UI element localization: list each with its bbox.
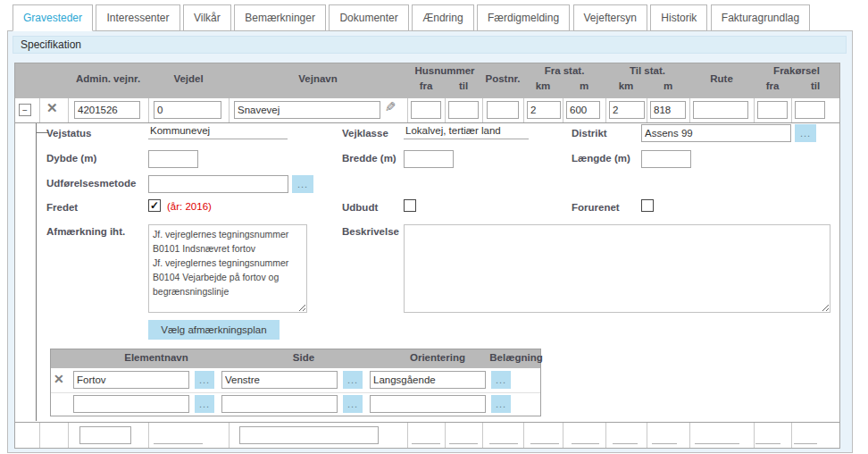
side-lookup-button-1[interactable]: ... xyxy=(343,371,363,389)
fra-stat-km-input[interactable] xyxy=(527,101,561,119)
new-husnummer-fra-marker xyxy=(412,443,440,444)
fredet-label: Fredet xyxy=(46,202,78,213)
new-fra-stat-km-marker xyxy=(530,443,559,444)
new-vejnavn-input[interactable] xyxy=(239,426,379,444)
collapse-row-button[interactable]: − xyxy=(19,104,31,116)
side-lookup-button-2[interactable]: ... xyxy=(343,395,363,413)
beskrivelse-textarea[interactable] xyxy=(404,224,830,313)
col-frakoersel: Frakørsel xyxy=(773,65,820,76)
new-fra-stat-m-marker xyxy=(572,443,599,444)
forurenet-label: Forurenet xyxy=(572,202,620,213)
tab-faerdigmelding[interactable]: Færdigmelding xyxy=(477,4,570,31)
new-frakoersel-fra-marker xyxy=(755,443,780,444)
beskrivelse-label: Beskrivelse xyxy=(342,226,399,237)
tab-aendring[interactable]: Ændring xyxy=(412,4,473,31)
rute-input[interactable] xyxy=(693,101,748,119)
delete-row-icon[interactable]: ✕ xyxy=(46,100,58,116)
col-til-stat-m: m xyxy=(664,80,672,91)
frakoersel-fra-input[interactable] xyxy=(757,101,788,119)
fredet-year-note: (år: 2016) xyxy=(167,201,212,212)
col-belaegning: Belægning xyxy=(489,352,542,363)
husnummer-til-input[interactable] xyxy=(448,101,479,119)
laengde-input[interactable] xyxy=(641,150,691,168)
til-stat-m-input[interactable] xyxy=(650,101,686,119)
vaelg-afmaerkningsplan-button[interactable]: Vælg afmærkningsplan xyxy=(148,320,280,340)
orientering-input-2[interactable] xyxy=(370,395,486,413)
tab-bar: Gravesteder Interessenter Vilkår Bemærkn… xyxy=(13,4,810,31)
new-rute-marker xyxy=(695,443,739,444)
col-vejdel: Vejdel xyxy=(173,73,203,84)
udbudt-checkbox[interactable] xyxy=(404,199,416,212)
forurenet-checkbox[interactable] xyxy=(641,199,654,212)
dybde-input[interactable] xyxy=(148,150,198,168)
vejstatus-label: Vejstatus xyxy=(46,128,92,139)
new-admin-vejnr-input[interactable] xyxy=(79,426,131,444)
tab-gravesteder[interactable]: Gravesteder xyxy=(13,4,93,31)
elementnavn-lookup-button-2[interactable]: ... xyxy=(195,395,214,413)
til-stat-km-input[interactable] xyxy=(609,101,645,119)
tab-historik[interactable]: Historik xyxy=(650,4,707,31)
distrikt-lookup-button[interactable]: ... xyxy=(795,124,816,142)
udfoerelsesmetode-input[interactable] xyxy=(148,175,288,193)
admin-vejnr-input[interactable] xyxy=(74,101,140,119)
postnr-input[interactable] xyxy=(487,101,519,119)
col-husnummer-til: til xyxy=(459,80,468,91)
side-input-2[interactable] xyxy=(221,395,338,413)
check-icon: ✓ xyxy=(150,199,159,212)
col-husnummer: Husnummer xyxy=(414,65,474,76)
col-fra-stat-m: m xyxy=(580,80,588,91)
fra-stat-m-input[interactable] xyxy=(566,101,600,119)
new-row-top-border xyxy=(15,422,839,423)
udfoerelsesmetode-label: Udførelsesmetode xyxy=(46,178,136,189)
elementnavn-input-2[interactable] xyxy=(73,395,189,413)
col-orientering: Orientering xyxy=(410,352,465,363)
husnummer-fra-input[interactable] xyxy=(411,101,441,119)
col-admin-vejnr: Admin. vejnr. xyxy=(76,73,140,84)
vejdel-input[interactable] xyxy=(154,101,221,119)
col-side: Side xyxy=(293,352,314,363)
new-frakoersel-til-marker xyxy=(794,443,817,444)
orientering-lookup-button-2[interactable]: ... xyxy=(491,395,511,413)
elementnavn-lookup-button-1[interactable]: ... xyxy=(195,371,214,389)
tab-vilkaar[interactable]: Vilkår xyxy=(183,4,231,31)
tab-bemaerkninger[interactable]: Bemærkninger xyxy=(234,4,326,31)
new-husnummer-til-marker xyxy=(449,443,478,444)
udfoerelsesmetode-lookup-button[interactable]: ... xyxy=(292,175,313,193)
distrikt-label: Distrikt xyxy=(572,128,607,139)
new-til-stat-m-marker xyxy=(652,443,677,444)
col-fra-stat: Fra stat. xyxy=(545,65,585,76)
afmaerkning-textarea[interactable]: Jf. vejreglernes tegningsnummer B0101 In… xyxy=(148,224,307,313)
delete-element-row-icon[interactable]: ✕ xyxy=(54,372,64,386)
laengde-label: Længde (m) xyxy=(572,153,630,164)
col-postnr: Postnr. xyxy=(486,73,521,84)
vejnavn-input[interactable] xyxy=(234,101,380,119)
col-fra-stat-km: km xyxy=(536,80,551,91)
vejklasse-label: Vejklasse xyxy=(342,128,388,139)
dybde-label: Dybde (m) xyxy=(46,153,96,164)
col-elementnavn: Elementnavn xyxy=(124,352,188,363)
afmaerkning-label: Afmærkning iht. xyxy=(46,226,125,237)
new-vejdel-field-marker xyxy=(154,443,203,444)
tab-dokumenter[interactable]: Dokumenter xyxy=(329,4,408,31)
orientering-lookup-button-1[interactable]: ... xyxy=(491,371,511,389)
distrikt-input[interactable] xyxy=(641,124,791,142)
tab-vejeftersyn[interactable]: Vejeftersyn xyxy=(573,4,647,31)
gravesteder-page: Gravesteder Interessenter Vilkår Bemærkn… xyxy=(0,0,868,454)
frakoersel-til-input[interactable] xyxy=(795,101,825,119)
edit-vejnavn-icon[interactable]: ✎ xyxy=(385,99,396,115)
new-til-stat-km-marker xyxy=(613,443,638,444)
tab-interessenter[interactable]: Interessenter xyxy=(96,4,179,31)
elements-row-separator xyxy=(51,392,540,393)
fredet-checkbox[interactable]: ✓ xyxy=(148,199,161,212)
vejklasse-value: Lokalvej, tertiær land xyxy=(404,125,529,139)
new-postnr-marker xyxy=(489,443,518,444)
side-input-1[interactable] xyxy=(221,371,338,389)
elementnavn-input-1[interactable] xyxy=(73,371,189,389)
orientering-input-1[interactable] xyxy=(370,371,486,389)
tab-fakturagrundlag[interactable]: Fakturagrundlag xyxy=(711,4,810,31)
tree-line-vertical xyxy=(36,123,37,421)
col-frakoersel-fra: fra xyxy=(766,80,780,91)
col-til-stat-km: km xyxy=(619,80,634,91)
bredde-input[interactable] xyxy=(404,150,454,168)
section-title: Specifikation xyxy=(13,36,847,54)
